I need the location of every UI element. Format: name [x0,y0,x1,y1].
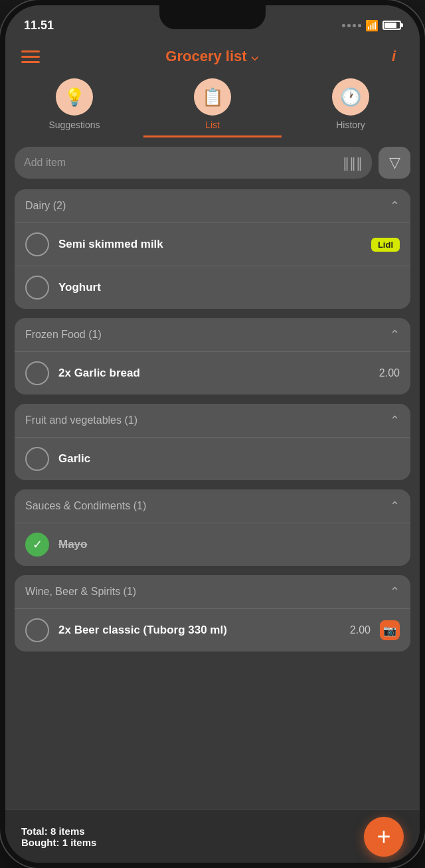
chevron-down-icon: ⌵ [251,49,258,64]
item-name-checked: Mayo [58,538,400,551]
app-header: Grocery list ⌵ i [5,40,420,73]
category-wine-beer-header[interactable]: Wine, Beer & Spirits (1) ⌃ [15,575,410,608]
category-fruit-veg-header[interactable]: Fruit and vegetables (1) ⌃ [15,404,410,437]
history-icon: 🕐 [332,78,369,116]
item-name: 2x Beer classic (Tuborg 330 ml) [58,624,341,637]
item-name: 2x Garlic bread [58,367,370,380]
checkmark-icon: ✓ [33,537,42,552]
item-checkbox[interactable] [25,232,49,256]
category-wine-beer-title: Wine, Beer & Spirits (1) [25,586,136,598]
list-item: 2x Garlic bread 2.00 [15,351,410,394]
list-item: Semi skimmed milk Lidl [15,222,410,266]
add-item-button[interactable]: + [364,817,404,857]
chevron-up-icon: ⌃ [390,199,400,213]
info-button[interactable]: i [384,46,404,66]
search-placeholder: Add item [24,157,343,169]
list-item: 2x Beer classic (Tuborg 330 ml) 2.00 📷 [15,608,410,651]
category-dairy: Dairy (2) ⌃ Semi skimmed milk Lidl Yoghu… [15,189,410,309]
item-tag-lidl: Lidl [371,238,400,252]
plus-icon: + [377,823,390,851]
suggestions-icon: 💡 [56,78,93,116]
category-dairy-title: Dairy (2) [25,200,66,212]
tab-bar: 💡 Suggestions 📋 List 🕐 History [5,73,420,137]
chevron-up-icon: ⌃ [390,413,400,428]
tab-list-label: List [205,120,220,130]
list-item: Yoghurt [15,266,410,309]
bought-label: Bought: [21,837,59,848]
header-title[interactable]: Grocery list ⌵ [165,48,258,65]
camera-icon: 📷 [383,624,396,637]
notch [159,5,266,29]
total-line: Total: 8 items [21,825,364,837]
item-checkbox[interactable] [25,361,49,385]
phone-screen: 11.51 📶 Grocer [5,5,420,863]
wifi-icon: 📶 [365,19,379,32]
filter-icon: ▽ [389,154,400,171]
status-time: 11.51 [24,19,54,33]
camera-button[interactable]: 📷 [380,620,400,640]
tab-history-label: History [336,120,365,130]
category-fruit-veg-title: Fruit and vegetables (1) [25,414,137,426]
item-checkbox[interactable] [25,447,49,471]
category-frozen-food-title: Frozen Food (1) [25,329,102,341]
category-sauces: Sauces & Condiments (1) ⌃ ✓ Mayo [15,489,410,566]
category-sauces-title: Sauces & Condiments (1) [25,500,146,512]
menu-button[interactable] [21,50,40,63]
total-value: 8 items [50,825,85,837]
category-wine-beer: Wine, Beer & Spirits (1) ⌃ 2x Beer class… [15,575,410,651]
total-label: Total: [21,825,48,837]
list-icon: 📋 [194,78,231,116]
item-price: 2.00 [379,367,400,379]
list-item: ✓ Mayo [15,523,410,566]
phone-frame: 11.51 📶 Grocer [0,0,425,868]
bought-value: 1 items [62,837,97,848]
item-checkbox[interactable] [25,618,49,642]
tab-list[interactable]: 📋 List [143,78,282,137]
search-bar: Add item ‖‖‖ ▽ [15,147,410,179]
item-name: Yoghurt [58,281,400,294]
item-name: Garlic [58,452,400,466]
item-price: 2.00 [350,624,371,636]
chevron-up-icon: ⌃ [390,584,400,599]
item-checkbox[interactable] [25,276,49,300]
category-frozen-food-header[interactable]: Frozen Food (1) ⌃ [15,318,410,351]
category-sauces-header[interactable]: Sauces & Condiments (1) ⌃ [15,489,410,523]
status-icons: 📶 [342,19,401,32]
barcode-icon: ‖‖‖ [343,155,363,171]
tab-suggestions[interactable]: 💡 Suggestions [5,78,143,137]
item-checkbox-checked[interactable]: ✓ [25,533,49,557]
list-item: Garlic [15,437,410,480]
filter-button[interactable]: ▽ [379,147,410,179]
signal-dots [342,24,361,27]
category-frozen-food: Frozen Food (1) ⌃ 2x Garlic bread 2.00 [15,318,410,394]
battery-icon [382,21,401,30]
item-name: Semi skimmed milk [58,238,362,251]
content-area: Add item ‖‖‖ ▽ Dairy (2) ⌃ Semi skimmed … [5,137,420,863]
bought-line: Bought: 1 items [21,837,364,848]
category-dairy-header[interactable]: Dairy (2) ⌃ [15,189,410,222]
chevron-up-icon: ⌃ [390,499,400,513]
tab-suggestions-label: Suggestions [48,120,100,130]
category-fruit-veg: Fruit and vegetables (1) ⌃ Garlic [15,404,410,480]
bottom-totals: Total: 8 items Bought: 1 items [21,825,364,848]
search-input-wrap[interactable]: Add item ‖‖‖ [15,147,372,179]
chevron-up-icon: ⌃ [390,327,400,342]
tab-history[interactable]: 🕐 History [282,78,420,137]
bottom-bar: Total: 8 items Bought: 1 items + [5,810,420,863]
